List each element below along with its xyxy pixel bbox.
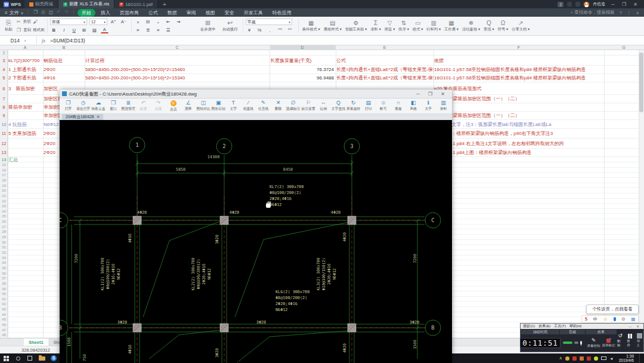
menu-item-视图[interactable]: 视图 — [202, 9, 219, 17]
cell-E3[interactable]: 公式 — [336, 56, 434, 65]
cell-C3[interactable]: 计算过程 — [85, 56, 270, 65]
cell-C4[interactable]: 5850+8450-200-200+(500-20+15*20)*2=15460 — [85, 66, 270, 73]
add-marker-button[interactable]: 添加标记 — [602, 339, 615, 347]
ribbon-tool-行和列[interactable]: ▥行和列 ▾ — [425, 18, 442, 34]
ribbon-tool-查找[interactable]: Q查找 ▾ — [482, 18, 496, 34]
row-header-11[interactable]: 11 — [0, 129, 8, 138]
clock[interactable]: 1:39 2019/4/6 — [617, 354, 636, 362]
cell-B5[interactable]: 4Φ16 — [44, 74, 85, 82]
copy-button[interactable]: ❐复制 — [17, 27, 31, 33]
cut-button[interactable]: ✂剪切 — [17, 19, 31, 24]
align-left-icon[interactable]: ≡ — [134, 27, 142, 33]
ribbon-tool-符号[interactable]: Ω符号 ▾ — [497, 18, 510, 34]
align-center-icon[interactable]: ≣ — [144, 27, 152, 33]
cad-tool-print-icon[interactable]: ▤打印 — [361, 99, 376, 113]
search-button[interactable] — [12, 353, 24, 363]
row-header-13[interactable]: 13 — [0, 149, 8, 156]
align-top-icon[interactable]: ⌅ — [134, 19, 142, 25]
new-tab-button[interactable]: + — [158, 1, 171, 8]
cad-tool-about-icon[interactable]: ℹ关于 — [421, 99, 436, 113]
row-header-4[interactable]: 4 — [0, 66, 8, 73]
cell-D5[interactable]: 96.9488 — [270, 74, 335, 82]
indent-increase-icon[interactable]: ⇥ — [175, 19, 182, 25]
scrollbar-thumb[interactable] — [639, 53, 643, 112]
volume-icon[interactable]: ◄ — [609, 356, 614, 361]
ribbon-tool-分享文档[interactable]: ↗分享文档 ▾ — [510, 18, 531, 34]
column-header-B[interactable]: B — [63, 45, 66, 50]
bold-button[interactable]: B — [50, 27, 58, 33]
ribbon-tool-排序[interactable]: ⇅排序 ▾ — [397, 18, 410, 34]
cell-E5[interactable]: 长度=跨内通长+直锚LaE*2或（弯锚支座宽-保护层+15d）*2 — [336, 74, 434, 82]
cad-tool-layers-icon[interactable]: ≣图层管理 — [121, 99, 136, 113]
menu-item-公式[interactable]: 公式 — [144, 9, 162, 17]
settings-icon[interactable]: ⚙ — [621, 316, 626, 322]
cad-tool-delete-icon[interactable]: ✕删除 — [271, 99, 286, 113]
message-badge[interactable]: 2 — [558, 2, 564, 7]
window-controls[interactable]: ─ ❐ ✕ — [611, 2, 640, 7]
cad-tool-support-icon[interactable]: ∩客服 — [391, 99, 405, 113]
cell-A14[interactable]: 汇总 — [8, 157, 43, 162]
underline-button[interactable]: U — [70, 27, 78, 33]
cad-doc-tab[interactable]: 20#商业180428 ✕ — [62, 114, 103, 120]
cell-A3[interactable]: kL7(2)300*700 — [8, 56, 43, 65]
cell-A8[interactable]: 箍筋非加密 — [8, 103, 43, 111]
cell-A11[interactable]: 5 支座加强筋 — [8, 129, 43, 138]
column-header-A[interactable]: A — [24, 45, 27, 50]
increase-font-icon[interactable]: A⁺ — [110, 19, 117, 25]
menu-item-数据[interactable]: 数据 — [163, 9, 181, 17]
wrap-text-button[interactable]: ↩ 自动换行 — [220, 18, 240, 34]
tab-pdf-document[interactable]: P 16G101-1.pdf — [114, 0, 158, 8]
formula-input[interactable]: =SUM(D4:D13) — [50, 38, 85, 44]
sogou-logo-icon[interactable]: S — [585, 316, 587, 322]
row-header-10[interactable]: 10 — [0, 120, 8, 128]
cad-drawing-area[interactable]: 123CCBB14300585084504Φ204Φ204Φ203Φ203Φ20… — [60, 120, 452, 363]
tray-app2-icon[interactable] — [580, 356, 584, 361]
cell-A10[interactable]: 4 抗扭筋 — [8, 120, 43, 128]
cad-tool-recent-icon[interactable]: ◷最近打开 — [76, 99, 91, 113]
recorder-window-controls[interactable]: ─ ✕ — [629, 324, 641, 328]
cad-tool-hide-markup-icon[interactable]: ∅隐藏标注 — [286, 99, 301, 113]
preview-icon[interactable]: ◫ — [49, 10, 54, 16]
cad-tool-open-icon[interactable]: ❐打开 — [61, 99, 76, 113]
notification-bell-icon[interactable] — [565, 356, 569, 361]
percent-icon[interactable]: % — [256, 27, 264, 33]
row-header-5[interactable]: 5 — [0, 74, 8, 82]
wps-logo[interactable]: W WPS — [0, 0, 24, 8]
italic-button[interactable]: I — [60, 27, 68, 33]
keyboard-icon[interactable]: ▦ — [631, 316, 635, 322]
align-right-icon[interactable]: ≡ — [154, 27, 162, 33]
row-header-8[interactable]: 8 — [0, 103, 8, 111]
row-header-6[interactable]: 6 — [0, 82, 8, 94]
align-middle-icon[interactable]: ⊟ — [144, 19, 152, 25]
tray-app1-icon[interactable] — [572, 356, 577, 361]
menu-item-审阅[interactable]: 审阅 — [182, 9, 200, 17]
screendraw-button[interactable]: ✎ 屏幕绘制 — [587, 338, 600, 348]
menu-item-页面布局[interactable]: 页面布局 — [116, 9, 143, 17]
column-header-E[interactable]: E — [383, 45, 386, 50]
cad-tool-find-text-icon[interactable]: Q文字查找 — [331, 99, 346, 113]
menu-item-插入[interactable]: 插入 — [97, 9, 114, 17]
start-button[interactable] — [0, 353, 12, 363]
recorder-menu-effects[interactable]: 效果(E) — [538, 324, 550, 329]
indent-decrease-icon[interactable]: ⇤ — [165, 19, 172, 25]
cell-A5[interactable]: 2 下部通长筋 — [8, 74, 43, 82]
cad-tool-compare-icon[interactable]: ◫图纸对比 — [196, 99, 210, 113]
delete-recording-button[interactable]: ↺ 删除 — [617, 333, 623, 347]
decrease-font-icon[interactable]: A⁻ — [120, 19, 128, 25]
mic-icon[interactable] — [614, 317, 616, 321]
row-header-7[interactable]: 7 — [0, 95, 8, 103]
name-box[interactable]: D14 ▾ — [0, 36, 37, 45]
sheet-tab-active[interactable]: Sheet1 — [24, 339, 48, 346]
cad-tool-rotate-icon[interactable]: ↻屏幕旋转 — [346, 99, 361, 113]
close-icon[interactable]: ✕ — [97, 115, 100, 119]
row-header-2[interactable]: 2 — [0, 50, 8, 55]
row-header-9[interactable]: 9 — [0, 112, 8, 119]
cell-D4[interactable]: 76.3724 — [270, 66, 335, 73]
row-header-12[interactable]: 12 — [0, 139, 8, 148]
cell-F13[interactable]: 16G101-1 p84上图：楼层框架梁纵向钢筋构造 — [434, 149, 643, 156]
cell-F3[interactable]: 依据 — [434, 56, 643, 65]
fill-color-button[interactable]: ▨ — [91, 27, 98, 33]
cell-B3[interactable]: 钢筋信息 — [44, 56, 85, 65]
increase-decimal-icon[interactable]: ⁺⁰ — [276, 27, 284, 33]
cell-F12[interactable]: 16G101-1 p84 右上角注1文字说明，左右相邻两跨取较大的跨 — [434, 139, 643, 148]
